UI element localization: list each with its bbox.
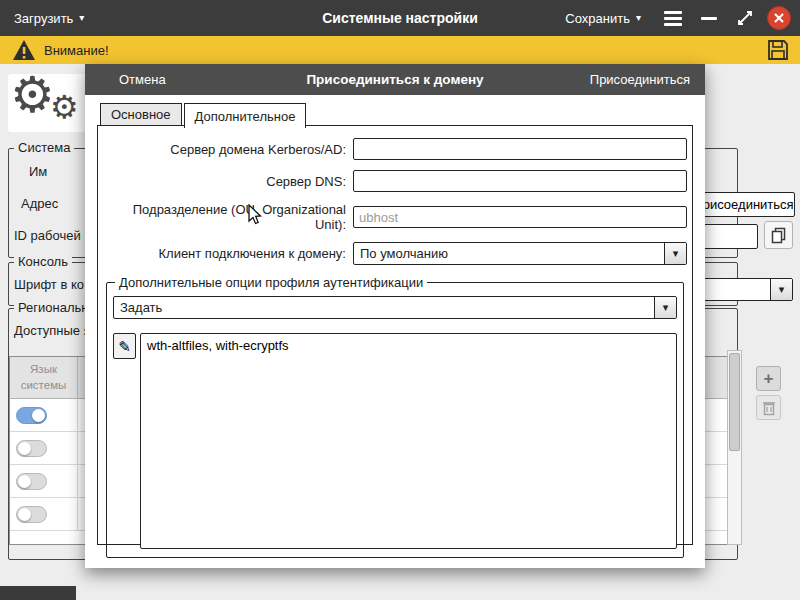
fullscreen-button[interactable] bbox=[727, 0, 763, 36]
system-language-column-header: Язык системы bbox=[10, 357, 78, 398]
language-toggle-2[interactable] bbox=[16, 473, 47, 490]
language-toggle-cell bbox=[10, 465, 78, 497]
pencil-icon: ✎ bbox=[118, 339, 131, 354]
delete-language-button[interactable] bbox=[756, 395, 781, 420]
close-icon bbox=[773, 12, 785, 24]
scrollbar-thumb[interactable] bbox=[729, 353, 740, 451]
gear-icon: ⚙ bbox=[10, 66, 55, 124]
console-group-label: Консоль bbox=[14, 254, 72, 269]
expand-icon bbox=[736, 9, 754, 27]
trash-icon bbox=[762, 400, 776, 416]
close-button[interactable] bbox=[767, 6, 791, 30]
dialog-tabs: Основное Дополнительное bbox=[100, 103, 308, 128]
warning-bar: Внимание! bbox=[0, 36, 800, 64]
add-language-button[interactable]: + bbox=[756, 366, 781, 391]
domain-client-select[interactable]: По умолчанию ▾ bbox=[353, 242, 687, 265]
workgroup-id-label: ID рабочей bbox=[14, 228, 81, 243]
minimize-icon bbox=[701, 17, 717, 20]
chevron-down-icon[interactable]: ▾ bbox=[770, 279, 792, 300]
auth-mode-select[interactable]: Задать ▾ bbox=[113, 296, 677, 319]
vertical-scrollbar[interactable] bbox=[727, 350, 742, 545]
join-button[interactable]: Присоединиться bbox=[590, 72, 690, 87]
app-logo: ⚙ ⚙ bbox=[8, 74, 86, 132]
console-font-label: Шрифт в ко bbox=[14, 277, 84, 292]
language-toggle-0[interactable] bbox=[16, 407, 47, 424]
tab-basic[interactable]: Основное bbox=[100, 103, 182, 125]
kerberos-server-label: Сервер домена Kerberos/AD: bbox=[101, 142, 353, 157]
domain-client-label: Клиент подключения к домену: bbox=[101, 246, 353, 261]
save-menu-label: Сохранить bbox=[565, 11, 630, 26]
language-toggle-cell bbox=[10, 432, 78, 464]
minimize-button[interactable] bbox=[691, 0, 727, 36]
domain-client-value: По умолчанию bbox=[354, 243, 664, 264]
caret-down-icon: ▾ bbox=[79, 13, 84, 23]
auth-options-legend: Дополнительные опции профиля аутентифика… bbox=[115, 275, 427, 290]
load-menu-label: Загрузить bbox=[14, 11, 73, 26]
auth-mode-value: Задать bbox=[114, 297, 654, 318]
chevron-down-icon[interactable]: ▾ bbox=[664, 243, 686, 264]
copy-icon bbox=[770, 226, 788, 244]
hamburger-icon bbox=[664, 11, 682, 26]
dns-server-input[interactable] bbox=[353, 170, 687, 192]
caret-down-icon: ▾ bbox=[636, 13, 641, 23]
gear-icon: ⚙ bbox=[50, 88, 79, 126]
computer-name-label: Им bbox=[29, 164, 47, 179]
tab-panel: Сервер домена Kerberos/AD: Сервер DNS: П… bbox=[97, 125, 693, 545]
join-domain-dialog: Отмена Присоединиться к домену Присоедин… bbox=[85, 64, 705, 568]
dns-server-label: Сервер DNS: bbox=[101, 174, 353, 189]
background-join-domain-button[interactable]: Присоединиться bbox=[692, 192, 795, 217]
tab-additional[interactable]: Дополнительное bbox=[184, 103, 307, 128]
language-toggle-3[interactable] bbox=[16, 506, 47, 523]
taskbar-fragment bbox=[0, 586, 76, 600]
copy-button[interactable] bbox=[764, 221, 793, 249]
language-toggle-cell bbox=[10, 498, 78, 530]
ou-label: Подразделение (OU, Organizational Unit): bbox=[101, 202, 353, 232]
language-toggle-cell bbox=[10, 399, 78, 431]
warning-text: Внимание! bbox=[44, 43, 109, 58]
auth-options-group: Дополнительные опции профиля аутентифика… bbox=[106, 275, 684, 558]
dialog-header: Отмена Присоединиться к домену Присоедин… bbox=[85, 64, 705, 95]
language-toggle-1[interactable] bbox=[16, 440, 47, 457]
save-file-icon[interactable] bbox=[766, 38, 790, 62]
edit-options-button[interactable]: ✎ bbox=[113, 333, 136, 359]
chevron-down-icon[interactable]: ▾ bbox=[654, 297, 676, 318]
ou-input[interactable] bbox=[353, 206, 687, 228]
kerberos-server-input[interactable] bbox=[353, 138, 687, 160]
available-languages-label: Доступные я bbox=[14, 323, 91, 338]
cancel-button[interactable]: Отмена bbox=[119, 72, 166, 87]
top-menubar: Загрузить ▾ Системные настройки Сохранит… bbox=[0, 0, 800, 36]
auth-options-textarea[interactable]: wth-altfiles, with-ecryptfs bbox=[140, 333, 677, 549]
server-address-label: Адрес bbox=[21, 196, 58, 211]
load-menu-button[interactable]: Загрузить ▾ bbox=[0, 0, 98, 36]
hamburger-menu-button[interactable] bbox=[655, 0, 691, 36]
system-group-label: Система bbox=[14, 140, 74, 155]
save-menu-button[interactable]: Сохранить ▾ bbox=[551, 0, 655, 36]
warning-icon bbox=[12, 39, 36, 61]
